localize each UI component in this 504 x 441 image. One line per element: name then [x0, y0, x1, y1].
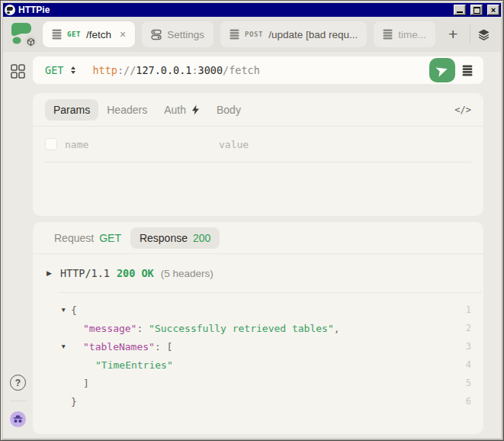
json-line: ] 5 [45, 374, 471, 392]
tab-settings[interactable]: Settings [142, 21, 213, 47]
tab-post-update[interactable]: POST /update [bad requ... [220, 21, 367, 47]
response-status-line: ▶ HTTP/1.1 200 OK (5 headers) [33, 254, 483, 292]
collapse-icon[interactable]: ▼ [60, 306, 71, 314]
method-value: GET [45, 64, 63, 76]
tab-get-fetch[interactable]: GET /fetch × [43, 21, 135, 47]
tab-list-button[interactable] [477, 27, 491, 42]
database-icon [230, 29, 239, 40]
titlebar: HTTPie × [3, 3, 501, 17]
new-tab-button[interactable]: + [442, 25, 464, 43]
param-value-input[interactable] [219, 139, 471, 150]
json-line: } 6 [45, 392, 471, 410]
settings-icon [151, 29, 162, 40]
tab-label: time... [398, 29, 426, 40]
tab-request[interactable]: Request GET [45, 227, 130, 249]
app-window: HTTPie × [0, 0, 504, 441]
app-content: GET /fetch × Settings [3, 17, 501, 438]
url-separator: :// [117, 64, 136, 76]
paper-plane-icon [435, 63, 450, 77]
param-name-input[interactable] [65, 139, 219, 150]
tab-strip: GET /fetch × Settings [3, 17, 501, 52]
status-code: 200 OK [117, 267, 154, 279]
json-colon: : [155, 341, 167, 352]
json-brace: { [71, 304, 77, 316]
tab-params[interactable]: Params [45, 99, 98, 121]
incognito-user-icon [13, 415, 23, 423]
response-label: Response [140, 232, 188, 244]
json-line: "message": "Successfully retrieved table… [45, 319, 471, 337]
json-string: "TimeEntries" [95, 359, 173, 371]
window-title: HTTPie [18, 5, 449, 15]
request-panel-tabs: Params Headers Auth Body </> [33, 93, 483, 127]
json-key: "message" [83, 323, 136, 334]
code-view-button[interactable]: </> [454, 105, 471, 115]
param-row [33, 127, 483, 162]
database-icon [383, 29, 393, 40]
collapse-icon[interactable]: ▼ [60, 343, 71, 350]
close-button[interactable]: × [487, 5, 499, 15]
json-viewer: ▼ { 1 "message": "Successfully retrieved… [33, 293, 483, 410]
tab-label: /update [bad requ... [268, 29, 358, 40]
tab-label: Settings [167, 29, 204, 40]
package-icon [27, 38, 34, 46]
http-version: HTTP/1.1 [60, 267, 110, 279]
line-number: 1 [466, 304, 471, 315]
url-path: /fetch [223, 64, 260, 76]
workspaces-button[interactable] [11, 64, 25, 79]
divider [45, 162, 471, 163]
update-badge[interactable] [25, 36, 37, 47]
tab-headers[interactable]: Headers [98, 99, 156, 121]
line-number: 6 [466, 396, 471, 407]
json-string: "Successfully retrieved tables" [149, 323, 334, 334]
tab-label: /fetch [86, 29, 111, 40]
left-sidebar: ? [3, 52, 33, 438]
response-panel: Request GET Response 200 ▶ HTTP/1.1 200 … [33, 222, 483, 434]
tab-time[interactable]: time... [374, 21, 435, 47]
param-checkbox[interactable] [45, 138, 57, 150]
request-history-button[interactable] [455, 65, 480, 76]
url-port: 3000 [198, 64, 223, 76]
method-select[interactable]: GET [45, 64, 75, 76]
maximize-button[interactable] [470, 5, 483, 15]
request-label: Request [54, 232, 94, 244]
updown-arrows-icon [71, 66, 75, 74]
send-button[interactable] [429, 58, 455, 82]
url-bar: GET http://127.0.0.1:3000/fetch [33, 56, 483, 84]
tab-body[interactable]: Body [208, 99, 249, 121]
json-bracket: ] [83, 378, 89, 389]
request-panel: Params Headers Auth Body </> [33, 93, 483, 216]
grid-icon [11, 64, 25, 79]
url-input[interactable]: http://127.0.0.1:3000/fetch [92, 64, 260, 76]
url-separator: : [191, 64, 197, 76]
main-area: GET http://127.0.0.1:3000/fetch [33, 52, 501, 438]
layers-icon [477, 27, 491, 42]
json-line: ▼ { 1 [45, 301, 471, 319]
tab-method: GET [67, 31, 81, 38]
url-scheme: http [92, 64, 117, 76]
json-colon: : [136, 323, 149, 334]
divider [470, 25, 470, 43]
help-button[interactable]: ? [10, 375, 26, 391]
response-status-badge: 200 [193, 232, 210, 244]
json-bracket: [ [167, 341, 173, 352]
httpie-window-icon [5, 5, 15, 15]
tab-method: POST [245, 31, 263, 38]
close-icon: × [491, 5, 496, 14]
minimize-button[interactable] [454, 5, 466, 15]
maximize-icon [474, 7, 480, 14]
line-number: 3 [466, 341, 471, 352]
response-panel-tabs: Request GET Response 200 [33, 222, 483, 254]
request-method: GET [99, 232, 121, 244]
user-avatar[interactable] [10, 411, 26, 427]
tab-response[interactable]: Response 200 [130, 227, 220, 249]
tab-auth[interactable]: Auth [156, 99, 208, 121]
headers-count: (5 headers) [161, 268, 213, 279]
lightning-bolt-icon [191, 105, 200, 115]
json-line: ▼ "tableNames": [ 3 [45, 337, 471, 356]
url-host: 127.0.0.1 [136, 64, 191, 76]
line-number: 4 [466, 359, 471, 370]
json-key: "tableNames" [83, 341, 155, 352]
httpie-logo [11, 21, 35, 47]
expand-headers-icon[interactable]: ▶ [45, 269, 53, 277]
tab-close-icon[interactable]: × [120, 29, 126, 40]
